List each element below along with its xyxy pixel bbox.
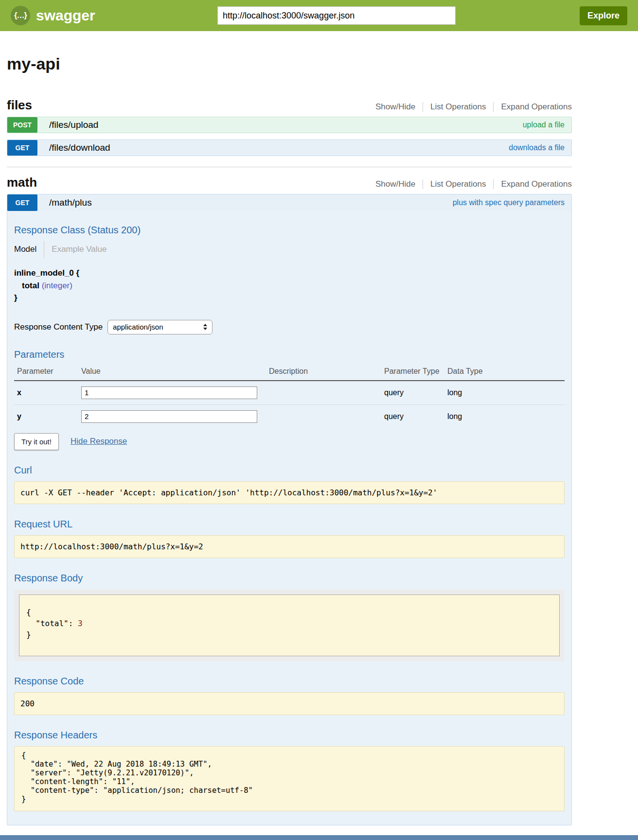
math-section-title[interactable]: math [7, 175, 37, 190]
response-headers-box: { "date": "Wed, 22 Aug 2018 18:49:13 GMT… [14, 746, 565, 811]
files-section-title[interactable]: files [7, 98, 32, 113]
model-field-type: (integer) [42, 281, 72, 290]
response-class-heading: Response Class (Status 200) [14, 225, 565, 236]
get-method-badge: GET [7, 140, 37, 156]
files-section-controls: Show/Hide List Operations Expand Operati… [375, 102, 572, 113]
response-content-type-label: Response Content Type [14, 322, 103, 332]
op-row-get-files-download[interactable]: GET /files/download downloads a file [7, 140, 572, 156]
response-code-heading: Response Code [14, 676, 565, 687]
expand-operations-link[interactable]: Expand Operations [501, 179, 572, 189]
param-x-input[interactable] [81, 386, 257, 399]
try-row: Try it out! Hide Response [14, 433, 565, 450]
list-operations-link[interactable]: List Operations [430, 102, 486, 112]
response-headers-heading: Response Headers [14, 730, 565, 741]
col-data-type: Data Type [444, 363, 565, 381]
parameters-heading: Parameters [14, 349, 565, 360]
param-row-x: x query long [14, 381, 565, 405]
try-it-out-button[interactable]: Try it out! [14, 433, 59, 450]
response-body-heading: Response Body [14, 573, 565, 584]
col-parameter: Parameter [14, 363, 78, 381]
response-body-box: { "total": 3 } [19, 595, 560, 657]
col-parameter-type: Parameter Type [381, 363, 444, 381]
param-name: y [14, 404, 78, 428]
op-row-get-math-plus[interactable]: GET /math/plus plus with spec query para… [7, 194, 571, 211]
op-block-get-math-plus: GET /math/plus plus with spec query para… [7, 194, 572, 825]
model-name: inline_model_0 { [14, 267, 565, 280]
response-body-value: 3 [78, 619, 83, 628]
math-section-header: math Show/Hide List Operations Expand Op… [7, 175, 572, 190]
param-name: x [14, 381, 78, 405]
math-section-controls: Show/Hide List Operations Expand Operati… [375, 179, 572, 190]
select-arrows-icon [203, 324, 207, 330]
curl-command-box: curl -X GET --header 'Accept: applicatio… [14, 481, 565, 504]
model-field-name: total [22, 281, 39, 290]
spec-url-input[interactable] [217, 6, 456, 25]
col-description: Description [266, 363, 381, 381]
param-description [266, 404, 381, 428]
section-divider [7, 167, 572, 167]
response-body-json: { "total": [26, 608, 78, 628]
brand-title: swagger [36, 7, 95, 24]
op-path-link[interactable]: /files/download [49, 142, 110, 153]
tab-divider [44, 241, 44, 258]
param-data-type: long [444, 381, 565, 405]
model-signature: inline_model_0 { total (integer) } [14, 267, 565, 304]
model-close-brace: } [14, 292, 565, 304]
model-tabs: Model Example Value [14, 241, 565, 258]
topbar: {…} swagger Explore [0, 0, 638, 31]
show-hide-link[interactable]: Show/Hide [375, 102, 415, 112]
files-section-header: files Show/Hide List Operations Expand O… [7, 98, 572, 113]
hide-response-link[interactable]: Hide Response [71, 437, 127, 446]
op-row-post-files-upload[interactable]: POST /files/upload upload a file [7, 117, 572, 133]
model-field: total (integer) [22, 280, 565, 292]
response-content-type-row: Response Content Type application/json [14, 320, 565, 334]
param-description [266, 381, 381, 405]
param-y-input[interactable] [81, 410, 257, 423]
op-summary-link[interactable]: plus with spec query parameters [453, 198, 565, 207]
op-content: Response Class (Status 200) Model Exampl… [7, 211, 571, 825]
request-url-box: http://localhost:3000/math/plus?x=1&y=2 [14, 535, 565, 558]
op-path-link[interactable]: /files/upload [49, 120, 98, 130]
links-divider [493, 102, 494, 112]
tab-model[interactable]: Model [14, 245, 36, 254]
col-value: Value [78, 363, 266, 381]
request-url-heading: Request URL [14, 519, 565, 530]
links-divider [493, 179, 494, 189]
expand-operations-link[interactable]: Expand Operations [501, 102, 572, 112]
tab-example-value[interactable]: Example Value [52, 245, 106, 254]
response-code-box: 200 [14, 692, 565, 715]
param-data-type: long [444, 404, 565, 428]
param-type: query [381, 404, 444, 428]
post-method-badge: POST [7, 117, 37, 133]
op-summary-link[interactable]: upload a file [523, 121, 565, 129]
show-hide-link[interactable]: Show/Hide [375, 179, 415, 189]
param-type: query [381, 381, 444, 405]
brand[interactable]: {…} swagger [11, 6, 142, 25]
response-body-wrapper: { "total": 3 } [14, 590, 565, 662]
response-body-close: } [26, 630, 31, 639]
explore-button[interactable]: Explore [580, 6, 627, 25]
bottom-blue-strip [0, 835, 638, 840]
swagger-logo-icon: {…} [11, 6, 30, 25]
op-summary-link[interactable]: downloads a file [509, 143, 565, 152]
links-divider [423, 179, 423, 189]
parameters-table: Parameter Value Description Parameter Ty… [14, 363, 565, 428]
curl-heading: Curl [14, 465, 565, 476]
op-path-link[interactable]: /math/plus [49, 197, 92, 208]
param-row-y: y query long [14, 404, 565, 428]
response-content-type-value: application/json [113, 323, 163, 331]
response-content-type-select[interactable]: application/json [107, 320, 213, 334]
main-content: my-api files Show/Hide List Operations E… [7, 54, 572, 840]
links-divider [423, 102, 423, 112]
page-title: my-api [7, 54, 572, 73]
get-method-badge: GET [7, 194, 37, 211]
list-operations-link[interactable]: List Operations [430, 179, 486, 189]
